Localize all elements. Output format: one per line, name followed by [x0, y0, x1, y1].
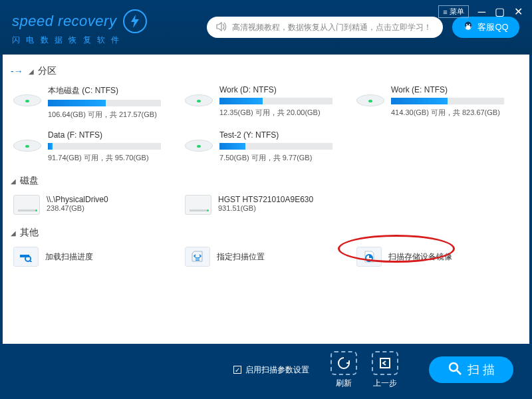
- capacity-text: 414.30(GB) 可用，共 823.67(GB): [391, 108, 519, 118]
- tutorial-text: 高清视频教程，数据恢复从入门到精通，点击立即学习！: [232, 22, 432, 33]
- arrow-icon: -→: [11, 66, 23, 76]
- svg-point-2: [466, 25, 471, 29]
- disk-icon: [356, 85, 384, 106]
- drive-icon: [13, 195, 40, 215]
- menu-button[interactable]: ≡ 菜单: [438, 5, 468, 18]
- enable-params-checkbox[interactable]: ✓ 启用扫描参数设置: [233, 364, 309, 376]
- partition-name: Work (D: NTFS): [219, 85, 347, 94]
- usage-bar: [219, 143, 332, 150]
- tool-icon: [13, 247, 39, 267]
- tool-item[interactable]: 指定扫描位置: [181, 244, 347, 275]
- disk-size: 931.51(GB): [218, 204, 347, 212]
- refresh-button[interactable]: 刷新: [331, 351, 357, 389]
- back-icon: [372, 351, 398, 375]
- disk-icon: [13, 130, 41, 152]
- usage-bar: [219, 98, 332, 104]
- close-icon[interactable]: ✕: [514, 5, 523, 18]
- maximize-icon[interactable]: ▢: [495, 5, 505, 18]
- disk-item[interactable]: \\.\PhysicalDrive0238.47(GB): [9, 192, 176, 223]
- other-grid: 加载扫描进度指定扫描位置扫描存储设备镜像: [9, 244, 523, 275]
- tool-item[interactable]: 加载扫描进度: [9, 244, 176, 275]
- section-disks[interactable]: ◢ 磁盘: [11, 175, 523, 187]
- section-label: 分区: [38, 65, 57, 77]
- partition-info: Work (E: NTFS)414.30(GB) 可用，共 823.67(GB): [391, 85, 519, 120]
- partition-item[interactable]: Data (F: NTFS)91.74(GB) 可用，共 95.70(GB): [9, 128, 176, 171]
- bolt-icon: [123, 9, 147, 33]
- usage-bar: [48, 100, 161, 106]
- collapse-icon: ◢: [11, 178, 16, 185]
- capacity-text: 91.74(GB) 可用，共 95.70(GB): [48, 153, 176, 163]
- disk-size: 238.47(GB): [47, 204, 176, 212]
- back-button[interactable]: 上一步: [372, 351, 398, 389]
- refresh-icon: [331, 351, 357, 375]
- disk-name: HGST HTS721010A9E630: [218, 195, 347, 204]
- partition-name: 本地磁盘 (C: NTFS): [48, 85, 176, 96]
- partition-item[interactable]: Work (D: NTFS)12.35(GB) 可用，共 20.00(GB): [181, 82, 347, 128]
- tool-icon: [356, 247, 382, 267]
- disk-info: \\.\PhysicalDrive0238.47(GB): [47, 195, 176, 215]
- logo-block: speed recovery 闪 电 数 据 恢 复 软 件: [12, 9, 147, 46]
- minimize-icon[interactable]: ─: [478, 6, 485, 18]
- partitions-grid: 本地磁盘 (C: NTFS)106.64(GB) 可用，共 217.57(GB)…: [9, 82, 523, 171]
- partition-info: Work (D: NTFS)12.35(GB) 可用，共 20.00(GB): [219, 85, 347, 120]
- svg-line-7: [30, 261, 32, 262]
- usage-bar: [48, 143, 161, 150]
- refresh-label: 刷新: [336, 378, 352, 389]
- disk-name: \\.\PhysicalDrive0: [47, 195, 176, 204]
- tool-label: 加载扫描进度: [45, 247, 176, 267]
- disk-icon: [185, 130, 213, 152]
- qq-label: 客服QQ: [477, 21, 508, 33]
- disk-icon: [185, 85, 213, 106]
- collapse-icon: ◢: [11, 229, 16, 237]
- partition-name: Work (E: NTFS): [391, 85, 519, 94]
- section-partitions[interactable]: -→ ◢ 分区: [11, 65, 523, 77]
- svg-point-10: [450, 363, 458, 371]
- tool-label: 扫描存储设备镜像: [388, 247, 519, 267]
- tool-label: 指定扫描位置: [217, 247, 347, 267]
- capacity-text: 12.35(GB) 可用，共 20.00(GB): [219, 108, 347, 118]
- speaker-icon: [216, 22, 227, 33]
- checkbox-icon: ✓: [233, 366, 241, 374]
- partition-info: Data (F: NTFS)91.74(GB) 可用，共 95.70(GB): [48, 130, 176, 163]
- tool-icon: [185, 247, 210, 267]
- disk-icon: [13, 85, 41, 106]
- svg-point-3: [466, 24, 467, 25]
- logo-subtitle: 闪 电 数 据 恢 复 软 件: [12, 35, 147, 46]
- logo-text: speed recovery: [12, 13, 116, 30]
- capacity-text: 7.50(GB) 可用，共 9.77(GB): [219, 153, 347, 163]
- disks-grid: \\.\PhysicalDrive0238.47(GB)HGST HTS7210…: [9, 192, 523, 223]
- svg-point-4: [469, 24, 470, 25]
- partition-item[interactable]: Test-2 (Y: NTFS)7.50(GB) 可用，共 9.77(GB): [181, 128, 347, 171]
- partition-item[interactable]: 本地磁盘 (C: NTFS)106.64(GB) 可用，共 217.57(GB): [9, 82, 176, 128]
- section-other[interactable]: ◢ 其他: [11, 227, 523, 239]
- qq-support-button[interactable]: 客服QQ: [452, 17, 519, 38]
- collapse-icon: ◢: [29, 68, 34, 75]
- usage-bar: [391, 98, 504, 104]
- drive-icon: [185, 195, 211, 215]
- bottom-bar: ✓ 启用扫描参数设置 刷新 上一步 扫 描: [0, 344, 532, 396]
- partition-name: Data (F: NTFS): [48, 130, 176, 140]
- svg-line-11: [457, 370, 461, 374]
- section-label: 其他: [20, 227, 39, 239]
- checkbox-label: 启用扫描参数设置: [245, 364, 309, 376]
- tutorial-banner[interactable]: 高清视频教程，数据恢复从入门到精通，点击立即学习！: [207, 17, 443, 38]
- svg-rect-9: [380, 358, 390, 368]
- header-bar: speed recovery 闪 电 数 据 恢 复 软 件 高清视频教程，数据…: [0, 0, 532, 55]
- partition-item[interactable]: Work (E: NTFS)414.30(GB) 可用，共 823.67(GB): [352, 82, 519, 128]
- window-controls: ≡ 菜单 ─ ▢ ✕: [438, 5, 523, 18]
- disk-info: HGST HTS721010A9E630931.51(GB): [218, 195, 347, 215]
- qq-icon: [463, 21, 473, 34]
- capacity-text: 106.64(GB) 可用，共 217.57(GB): [48, 110, 176, 120]
- partition-info: Test-2 (Y: NTFS)7.50(GB) 可用，共 9.77(GB): [219, 130, 347, 163]
- scan-button[interactable]: 扫 描: [429, 356, 513, 383]
- partition-name: Test-2 (Y: NTFS): [219, 130, 347, 140]
- disk-item[interactable]: HGST HTS721010A9E630931.51(GB): [181, 192, 347, 223]
- back-label: 上一步: [373, 378, 397, 389]
- main-panel: -→ ◢ 分区 本地磁盘 (C: NTFS)106.64(GB) 可用，共 21…: [3, 55, 529, 344]
- partition-info: 本地磁盘 (C: NTFS)106.64(GB) 可用，共 217.57(GB): [48, 85, 176, 120]
- search-icon: [448, 361, 462, 379]
- tool-item[interactable]: 扫描存储设备镜像: [352, 244, 519, 275]
- section-label: 磁盘: [20, 175, 39, 187]
- scan-label: 扫 描: [467, 362, 495, 378]
